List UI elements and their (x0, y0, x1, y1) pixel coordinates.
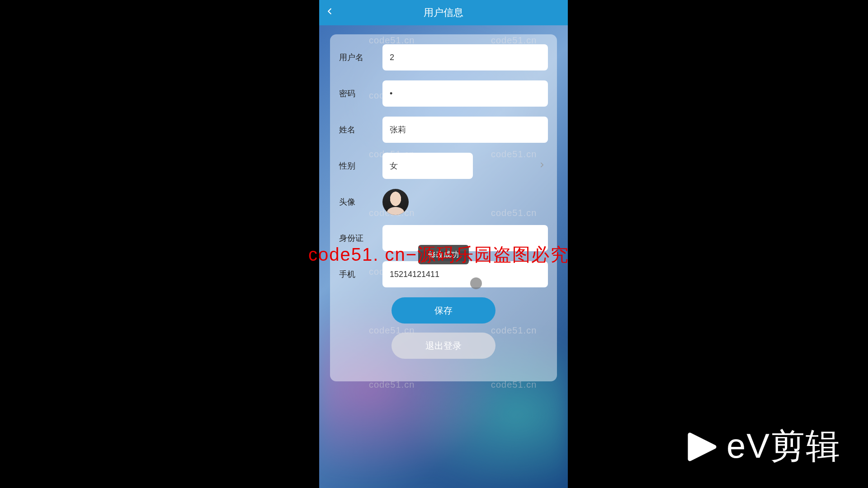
label-username: 用户名 (339, 52, 382, 63)
touch-indicator (470, 277, 482, 289)
row-name: 姓名 张莉 (339, 117, 548, 143)
input-password[interactable]: • (382, 80, 548, 107)
title-bar: 用户信息 (319, 0, 568, 25)
label-avatar: 头像 (339, 197, 382, 207)
logout-button[interactable]: 退出登录 (392, 333, 495, 359)
row-gender[interactable]: 性别 女 (339, 153, 548, 179)
back-icon[interactable] (325, 6, 335, 19)
row-password: 密码 • (339, 80, 548, 107)
input-username[interactable]: 2 (382, 44, 548, 70)
ev-brand-text: eV剪辑 (726, 423, 841, 470)
label-name: 姓名 (339, 124, 382, 135)
avatar[interactable] (382, 189, 409, 215)
ev-editor-logo: eV剪辑 (686, 423, 841, 470)
chevron-right-icon (538, 161, 546, 171)
user-info-card: 用户名 2 密码 • 姓名 张莉 性别 女 头像 身份证 手机 (330, 34, 557, 381)
anti-theft-watermark: code51. cn−源码乐园盗图必究 (308, 242, 569, 267)
label-password: 密码 (339, 88, 382, 99)
input-name[interactable]: 张莉 (382, 117, 548, 143)
save-button[interactable]: 保存 (392, 297, 495, 324)
label-phone: 手机 (339, 269, 382, 280)
label-gender: 性别 (339, 160, 382, 171)
play-icon (686, 432, 718, 461)
row-username: 用户名 2 (339, 44, 548, 70)
row-avatar[interactable]: 头像 (339, 189, 548, 215)
page-title: 用户信息 (424, 6, 463, 19)
select-gender[interactable]: 女 (382, 153, 473, 179)
